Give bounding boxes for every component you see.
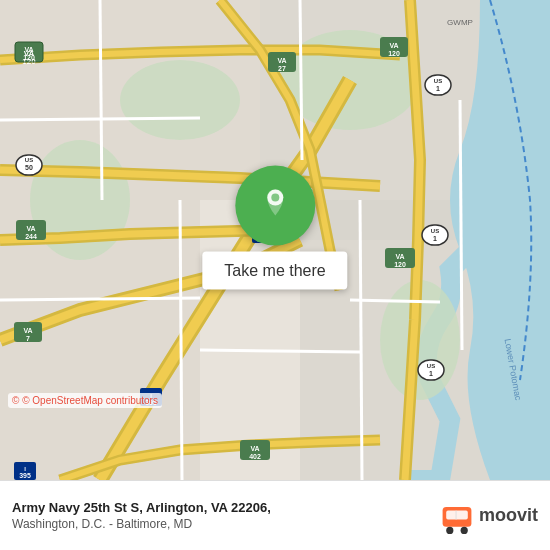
svg-point-69: [446, 526, 453, 533]
osm-icon: ©: [12, 395, 19, 406]
location-pin-icon: [255, 181, 295, 230]
svg-line-17: [200, 350, 360, 352]
svg-text:120: 120: [388, 50, 400, 57]
svg-text:VA: VA: [24, 46, 33, 53]
svg-text:402: 402: [249, 453, 261, 460]
moovit-brand-text: moovit: [479, 505, 538, 526]
svg-text:1: 1: [429, 370, 433, 377]
svg-line-13: [360, 200, 362, 480]
svg-line-12: [180, 200, 182, 480]
location-subtext: Washington, D.C. - Baltimore, MD: [12, 517, 271, 531]
osm-map-attribution: © © OpenStreetMap contributors: [8, 393, 162, 408]
svg-line-16: [350, 300, 440, 302]
svg-line-10: [0, 298, 200, 300]
svg-point-5: [120, 60, 240, 140]
svg-text:GWMP: GWMP: [447, 18, 473, 27]
location-address: Army Navy 25th St S, Arlington, VA 22206…: [12, 500, 271, 515]
svg-text:7: 7: [26, 335, 30, 342]
svg-text:VA: VA: [23, 327, 32, 334]
take-me-there-button[interactable]: Take me there: [202, 252, 347, 290]
svg-text:VA: VA: [250, 445, 259, 452]
svg-text:244: 244: [25, 233, 37, 240]
svg-text:1: 1: [436, 85, 440, 92]
moovit-logo-icon: [439, 498, 475, 534]
svg-text:US: US: [434, 78, 442, 84]
svg-line-14: [300, 0, 302, 160]
svg-text:1: 1: [433, 235, 437, 242]
svg-text:120: 120: [23, 54, 35, 61]
svg-text:120: 120: [394, 261, 406, 268]
svg-point-70: [461, 526, 468, 533]
footer-info: Army Navy 25th St S, Arlington, VA 22206…: [12, 500, 271, 531]
map-pin: [235, 166, 315, 246]
moovit-logo: moovit: [439, 498, 538, 534]
footer: Army Navy 25th St S, Arlington, VA 22206…: [0, 480, 550, 550]
take-me-there-overlay: Take me there: [202, 166, 347, 290]
svg-text:US: US: [431, 228, 439, 234]
svg-rect-71: [455, 510, 457, 519]
osm-attribution-text: © OpenStreetMap contributors: [22, 395, 158, 406]
svg-line-11: [100, 0, 102, 200]
svg-text:US: US: [25, 157, 33, 163]
svg-text:VA: VA: [26, 225, 35, 232]
svg-text:395: 395: [19, 472, 31, 479]
svg-line-15: [460, 100, 462, 350]
svg-text:50: 50: [25, 164, 33, 171]
svg-text:VA: VA: [277, 57, 286, 64]
svg-text:VA: VA: [389, 42, 398, 49]
svg-text:US: US: [427, 363, 435, 369]
svg-text:27: 27: [278, 65, 286, 72]
svg-text:VA: VA: [395, 253, 404, 260]
map-container: VA 120 VA 120 VA 120 US 50 VA 244 VA 27 …: [0, 0, 550, 480]
